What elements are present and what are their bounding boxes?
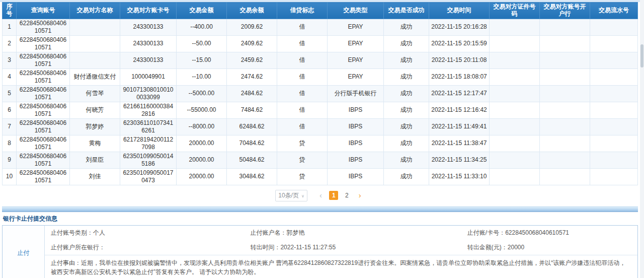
cell: 243300133 xyxy=(120,35,177,52)
cell: 50484.62 xyxy=(227,152,277,168)
cell xyxy=(490,68,540,85)
cell: 2022-11-15 11:49:41 xyxy=(429,118,490,135)
cell: 2 xyxy=(3,35,17,52)
cell: 借 xyxy=(277,102,328,118)
column-header: 查询账号 xyxy=(17,3,70,19)
table-row: 36228450068040610571243300133--15.002459… xyxy=(3,52,638,68)
cell: 6228450068040610571 xyxy=(17,19,70,35)
cell: 2022-11-15 11:34:25 xyxy=(429,152,490,168)
cell: 1 xyxy=(3,19,17,35)
cell: 成功 xyxy=(384,85,429,102)
field-stop-bank: 止付账户所在银行： xyxy=(51,243,250,252)
column-header: 交易金额 xyxy=(177,3,227,19)
cell: 6228450068040610571 xyxy=(17,68,70,85)
cell xyxy=(590,152,638,168)
cell: --50.00 xyxy=(177,35,227,52)
cell: 2484.62 xyxy=(227,85,277,102)
cell xyxy=(540,102,590,118)
stop-payment-group: 止付 止付账号类别：个人 止付账户名：郭梦艳 止付账/卡号：6228450068… xyxy=(3,226,637,278)
cell: 9010713080100100033099 xyxy=(120,85,177,102)
field-stop-card-no: 止付账/卡号：6228450068040610571 xyxy=(467,229,637,237)
cell xyxy=(590,85,638,102)
cell: 9 xyxy=(3,152,17,168)
page-button-1[interactable]: 1 xyxy=(329,191,338,200)
table-row: 86228450068040610571黄梅621728194200112709… xyxy=(3,135,638,152)
column-header: 交易对方证件号码 xyxy=(490,3,540,19)
column-header: 交易余额 xyxy=(227,3,277,19)
cell: 6228450068040610571 xyxy=(17,152,70,168)
cell: 10 xyxy=(3,168,17,185)
cell xyxy=(590,68,638,85)
cell xyxy=(540,118,590,135)
cell: 2022-11-15 20:15:59 xyxy=(429,35,490,52)
cell: --10.00 xyxy=(177,68,227,85)
column-header: 借贷标志 xyxy=(277,3,328,19)
cell: 7484.62 xyxy=(227,102,277,118)
cell: 2022-11-15 18:08:07 xyxy=(429,68,490,85)
cell: 8 xyxy=(3,135,17,152)
page-size-label: 10条/页 xyxy=(278,192,299,199)
cell: 243300133 xyxy=(120,19,177,35)
page-button-2[interactable]: 2 xyxy=(342,191,351,200)
cell: IBPS xyxy=(328,135,384,152)
stop-payment-section-title: 银行卡止付提交信息 xyxy=(2,212,638,225)
cell xyxy=(590,135,638,152)
prev-page-button[interactable]: ‹ xyxy=(319,191,322,199)
cell: IBPS xyxy=(328,102,384,118)
header-row: 序号查询账号交易对方名称交易对方账卡号交易金额交易余额借贷标志交易类型交易是否成… xyxy=(3,3,638,19)
cell: 贷 xyxy=(277,168,328,185)
cell: 6228450068040610571 xyxy=(17,52,70,68)
cell: 何晓芳 xyxy=(70,102,120,118)
cell: 6230361101073416261 xyxy=(120,118,177,135)
cell: 2022-11-15 12:16:42 xyxy=(429,102,490,118)
cell: 2409.62 xyxy=(227,35,277,52)
cell: 成功 xyxy=(384,68,429,85)
scrollbar-thumb[interactable] xyxy=(640,44,643,67)
column-header: 交易时间 xyxy=(429,3,490,19)
cell xyxy=(540,168,590,185)
cell xyxy=(540,19,590,35)
field-stop-account-type: 止付账号类别：个人 xyxy=(51,229,250,237)
section-divider-bar xyxy=(2,206,638,212)
cell: 6228450068040610571 xyxy=(17,102,70,118)
column-header: 交易流水号 xyxy=(590,3,638,19)
next-page-button[interactable]: › xyxy=(359,191,361,199)
page-buttons: 12 xyxy=(327,192,353,199)
cell: 6216611600003842816 xyxy=(120,102,177,118)
cell: 刘星臣 xyxy=(70,152,120,168)
cell: 6228450068040610571 xyxy=(17,85,70,102)
field-stop-reason: 止付事由：近期，我单位在接报刘妮被骗警情中，发现涉案人员利用贵单位相关账户 曹鸿… xyxy=(45,255,637,278)
cell xyxy=(490,168,540,185)
cell xyxy=(490,52,540,68)
cell: 成功 xyxy=(384,152,429,168)
cell: 20000.00 xyxy=(177,135,227,152)
cell: EPAY xyxy=(328,52,384,68)
table-row: 96228450068040610571刘星臣62350109905001451… xyxy=(3,152,638,168)
cell: 6228450068040610571 xyxy=(17,35,70,52)
cell: 成功 xyxy=(384,19,429,35)
cell: 2022-11-15 11:38:47 xyxy=(429,135,490,152)
cell: 3 xyxy=(3,52,17,68)
table-row: 46228450068040610571财付通微信支付1000049901--1… xyxy=(3,68,638,85)
cell: 20000.00 xyxy=(177,168,227,185)
cell: EPAY xyxy=(328,68,384,85)
column-header: 交易对方账卡号 xyxy=(120,3,177,19)
cell: 20000.00 xyxy=(177,152,227,168)
cell: 243300133 xyxy=(120,52,177,68)
cell: 6228450068040610571 xyxy=(17,135,70,152)
vertical-scrollbar[interactable] xyxy=(640,0,644,278)
table-row: 56228450068040610571何雪琴90107130801001000… xyxy=(3,85,638,102)
cell: 2022-11-15 20:16:28 xyxy=(429,19,490,35)
cell: 刘佳 xyxy=(70,168,120,185)
cell xyxy=(70,52,120,68)
page-size-select[interactable]: 10条/页∨ xyxy=(275,190,307,201)
cell: 6228450068040610571 xyxy=(17,118,70,135)
cell: 6 xyxy=(3,102,17,118)
chevron-down-icon: ∨ xyxy=(301,194,304,198)
cell xyxy=(490,135,540,152)
field-stop-account-name: 止付账户名：郭梦艳 xyxy=(250,229,467,237)
cell: 62484.62 xyxy=(227,118,277,135)
cell: 成功 xyxy=(384,118,429,135)
cell: --55000.00 xyxy=(177,102,227,118)
cell xyxy=(540,85,590,102)
